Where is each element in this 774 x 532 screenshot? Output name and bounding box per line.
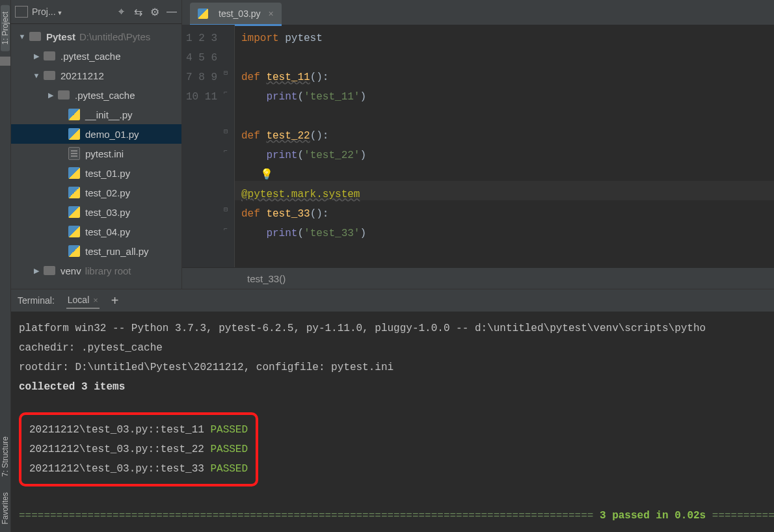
gutter: 1 2 3 4 5 6 7 8 9 10 11 ⊟ ⌐ ⊟ ⌐ ⊟ ⌐ (182, 25, 234, 267)
terminal-panel: Terminal: Local × + platform win32 -- Py… (11, 289, 774, 532)
tree-label: Pytest (46, 31, 75, 42)
tree-label: demo_01.py (85, 129, 139, 140)
ini-file-icon (68, 147, 80, 160)
expand-icon[interactable]: ⇆ (132, 6, 144, 18)
project-scope-icon (15, 6, 28, 18)
fold-end-icon[interactable]: ⌐ (222, 90, 229, 96)
close-icon[interactable]: × (266, 8, 274, 19)
tool-tab-bar: 1: Project 7: Structure Favorites (0, 0, 11, 532)
python-file-icon (68, 167, 80, 179)
tree-file-selected[interactable]: demo_01.py (11, 124, 181, 144)
python-file-icon (198, 8, 208, 19)
folder-icon (58, 90, 70, 100)
tree-root[interactable]: ▼ Pytest D:\untitled\Pytes (11, 27, 181, 46)
editor-tab-label: test_03.py (219, 8, 261, 19)
terminal-output[interactable]: platform win32 -- Python 3.7.3, pytest-6… (11, 312, 774, 532)
python-file-icon (68, 128, 80, 140)
terminal-tab-label: Local (68, 295, 89, 305)
fold-icon[interactable]: ⊟ (222, 129, 229, 135)
fold-end-icon[interactable]: ⌐ (222, 226, 229, 233)
folder-icon (44, 266, 55, 275)
tool-tab-icon[interactable] (0, 57, 10, 66)
tree-label: 20211212 (60, 70, 104, 81)
tree-folder[interactable]: ▶ venv library root (11, 261, 181, 280)
tree-label: test_02.py (85, 187, 130, 198)
tree-label: pytest.ini (85, 148, 124, 159)
tool-tab-project[interactable]: 1: Project (1, 5, 10, 51)
chevron-right-icon[interactable]: ▶ (44, 91, 58, 100)
collapse-icon[interactable]: — (166, 6, 178, 18)
tree-label: test_04.py (85, 226, 130, 237)
folder-icon (44, 51, 55, 60)
python-file-icon (68, 109, 80, 120)
tree-label: test_03.py (85, 207, 130, 218)
tree-file[interactable]: test_02.py (11, 183, 181, 202)
tree-folder[interactable]: ▶ .pytest_cache (11, 46, 181, 66)
settings-icon[interactable]: ⚙ (149, 6, 161, 18)
tree-folder[interactable]: ▼ 20211212 (11, 66, 181, 85)
chevron-down-icon[interactable]: ▼ (29, 72, 44, 79)
tree-label: venv (60, 265, 81, 276)
project-panel: Proj...▼ ⌖ ⇆ ⚙ — ▼ Pytest D:\untitled\Py… (11, 0, 182, 289)
editor-tab[interactable]: test_03.py × (190, 3, 282, 25)
fold-end-icon[interactable]: ⌐ (222, 148, 229, 155)
folder-icon (29, 32, 41, 41)
tree-file[interactable]: pytest.ini (11, 144, 181, 163)
terminal-tab[interactable]: Local × (66, 292, 100, 309)
tree-hint: D:\untitled\Pytes (79, 31, 150, 42)
tool-tab-favorites[interactable]: Favorites (1, 486, 10, 531)
tree-label: .pytest_cache (75, 90, 135, 101)
tree-file[interactable]: __init__.py (11, 105, 181, 124)
python-file-icon (68, 187, 80, 198)
project-tree[interactable]: ▼ Pytest D:\untitled\Pytes ▶ .pytest_cac… (11, 24, 181, 289)
tree-label: __init__.py (85, 109, 133, 120)
chevron-down-icon[interactable]: ▼ (15, 33, 29, 40)
chevron-right-icon[interactable]: ▶ (29, 267, 44, 275)
code-text[interactable]: import pytest def test_11(): print('test… (234, 25, 774, 267)
python-file-icon (68, 206, 80, 218)
terminal-header: Terminal: Local × + (11, 289, 774, 312)
tree-file[interactable]: test_01.py (11, 163, 181, 183)
fold-icon[interactable]: ⊟ (222, 207, 229, 213)
highlight-box: 20211212\test_03.py::test_11 PASSED 2021… (19, 412, 258, 486)
add-terminal-button[interactable]: + (111, 293, 119, 308)
fold-icon[interactable]: ⊟ (222, 70, 229, 77)
tree-label: .pytest_cache (60, 51, 121, 62)
project-scope-label[interactable]: Proj...▼ (32, 7, 110, 17)
close-icon[interactable]: × (93, 295, 98, 305)
python-file-icon (68, 245, 80, 257)
editor-tab-bar: test_03.py × (182, 0, 774, 25)
bulb-icon[interactable]: 💡 (260, 169, 273, 181)
tree-label: test_01.py (85, 168, 130, 179)
code-area[interactable]: 1 2 3 4 5 6 7 8 9 10 11 ⊟ ⌐ ⊟ ⌐ ⊟ ⌐ impo… (182, 25, 774, 267)
tree-file[interactable]: test_04.py (11, 222, 181, 241)
python-file-icon (68, 226, 80, 237)
tree-hint: library root (85, 265, 131, 276)
project-panel-header: Proj...▼ ⌖ ⇆ ⚙ — (11, 0, 181, 24)
tree-file[interactable]: test_03.py (11, 202, 181, 222)
locate-icon[interactable]: ⌖ (115, 6, 127, 18)
tool-tab-structure[interactable]: 7: Structure (1, 430, 10, 483)
tree-file[interactable]: test_run_all.py (11, 241, 181, 261)
chevron-right-icon[interactable]: ▶ (29, 52, 44, 60)
terminal-title: Terminal: (18, 295, 55, 306)
folder-icon (44, 71, 55, 80)
tree-folder[interactable]: ▶ .pytest_cache (11, 85, 181, 105)
editor: test_03.py × 1 2 3 4 5 6 7 8 9 10 11 ⊟ ⌐… (182, 0, 774, 289)
breadcrumb[interactable]: test_33() (182, 267, 774, 289)
tree-label: test_run_all.py (85, 246, 149, 257)
